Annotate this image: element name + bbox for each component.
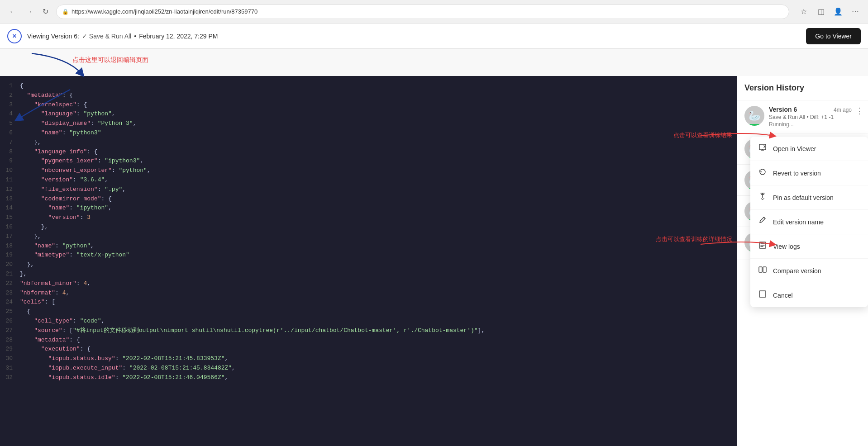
version-label: Viewing Version 6: ✓ Save & Run All • Fe… [27,33,218,40]
code-line: 4 "language": "python", [0,109,737,119]
code-line: 21}, [0,270,737,279]
code-line: 3 "kernelspec": { [0,100,737,110]
menu-revert-version[interactable]: Revert to version [750,161,868,185]
code-line: 15 "version": 3 [0,213,737,223]
code-line: 7 }, [0,138,737,147]
back-button[interactable]: ← [5,5,20,19]
avatar-bird-6: 🦢 [744,106,764,126]
browser-actions: ☆ ◫ 👤 ⋯ [796,5,863,19]
code-line: 28 "metadata": { [0,336,737,345]
svg-rect-2 [759,267,762,272]
revert-icon [758,167,768,179]
code-line: 12 "file_extension": ".py", [0,185,737,195]
version-desc-6: Save & Run All • Diff: +1 -1 [769,114,861,120]
version-avatar-6: 🦢 [744,106,764,126]
code-line: 14 "name": "ipython", [0,204,737,213]
compare-icon [758,265,768,276]
profile-icon[interactable]: 👤 [831,5,845,19]
code-line: 10 "nbconvert_exporter": "python", [0,166,737,176]
extensions-icon[interactable]: ◫ [814,5,828,19]
code-line: 25 { [0,307,737,317]
code-line: 2 "metadata": { [0,91,737,100]
right-sidebar: Version History 🦢 Version 6 Save & Run A… [737,76,868,446]
main-content: 1{ 2 "metadata": { 3 "kernelspec": { 4 "… [0,76,868,446]
menu-compare-label: Compare version [773,267,821,275]
menu-edit-name[interactable]: Edit version name [750,210,868,234]
version-item-6: 🦢 Version 6 Save & Run All • Diff: +1 -1… [737,100,868,133]
menu-pin-default[interactable]: Pin as default version [750,185,868,210]
dropdown-menu: Open in Viewer Revert to version Pin as … [750,137,868,307]
edit-icon [758,216,768,228]
annotation-area: 点击这里可以退回编辑页面 [0,49,868,76]
code-line: 32 "iopub.status.idle": "2022-02-08T15:2… [0,373,737,383]
pin-icon [758,192,768,203]
code-line: 22"nbformat_minor": 4, [0,279,737,289]
menu-open-viewer[interactable]: Open in Viewer [750,137,868,161]
code-line: 19 "mimetype": "text/x-python" [0,251,737,260]
code-line: 29 "execution": { [0,345,737,354]
code-line: 31 "iopub.execute_input": "2022-02-08T15… [0,364,737,373]
menu-compare[interactable]: Compare version [750,259,868,283]
code-line: 23"nbformat": 4, [0,289,737,298]
code-editor[interactable]: 1{ 2 "metadata": { 3 "kernelspec": { 4 "… [0,76,737,388]
cancel-icon [758,289,768,301]
menu-open-viewer-label: Open in Viewer [773,145,816,152]
sidebar-header: Version History [737,76,868,100]
menu-cancel-label: Cancel [773,292,793,299]
code-line: 1{ [0,81,737,91]
menu-logs-label: View logs [773,243,800,250]
code-line: 24"cells": [ [0,298,737,307]
date-label: • [134,33,136,40]
code-line: 5 "display_name": "Python 3", [0,119,737,128]
code-line: 30 "iopub.status.busy": "2022-02-08T15:2… [0,354,737,364]
save-run-label: ✓ Save & Run All [82,33,131,40]
version-more-button-6[interactable]: ⋮ [855,106,863,116]
more-icon[interactable]: ⋯ [848,5,863,19]
url-text: https://www.kaggle.com/jinqiaoli252/zn-l… [72,8,258,15]
menu-edit-label: Edit version name [773,218,824,226]
annotation1-text: 点击这里可以退回编辑页面 [72,56,148,64]
menu-revert-label: Revert to version [773,170,821,177]
code-line: 8 "language_info": { [0,147,737,157]
version-time-6: 4m ago [834,107,852,113]
star-icon[interactable]: ☆ [796,5,811,19]
browser-chrome: ← → ↻ 🔒 https://www.kaggle.com/jinqiaoli… [0,0,868,24]
address-bar[interactable]: 🔒 https://www.kaggle.com/jinqiaoli252/zn… [56,5,789,19]
code-line: 27 "source": ["#将input的文件移动到output\nimpo… [0,326,737,336]
top-bar: × Viewing Version 6: ✓ Save & Run All • … [0,24,868,49]
svg-rect-4 [759,291,766,297]
code-line: 11 "version": "3.6.4", [0,176,737,185]
go-to-viewer-button[interactable]: Go to Viewer [806,28,861,44]
menu-pin-label: Pin as default version [773,194,834,201]
code-line: 13 "codemirror_mode": { [0,195,737,204]
open-viewer-icon [758,143,768,154]
nav-buttons: ← → ↻ [5,5,52,19]
svg-rect-3 [763,267,766,272]
code-area: 1{ 2 "metadata": { 3 "kernelspec": { 4 "… [0,76,737,446]
code-line: 6 "name": "python3" [0,128,737,138]
date-text: February 12, 2022, 7:29 PM [139,33,218,40]
code-line: 18 "name": "python", [0,242,737,251]
code-line: 9 "pygments_lexer": "ipython3", [0,157,737,166]
viewing-version-text: Viewing Version 6: [27,33,79,40]
close-button[interactable]: × [7,29,22,43]
code-line: 20 }, [0,260,737,270]
code-line: 26 "cell_type": "code", [0,317,737,326]
reload-button[interactable]: ↻ [38,5,52,19]
forward-button[interactable]: → [22,5,36,19]
version-status-6: Running... [769,121,861,128]
menu-cancel[interactable]: Cancel [750,283,868,307]
lock-icon: 🔒 [62,9,69,15]
menu-view-logs[interactable]: View logs [750,234,868,259]
code-line: 16 }, [0,223,737,232]
code-line: 17 }, [0,232,737,242]
logs-icon [758,241,768,252]
